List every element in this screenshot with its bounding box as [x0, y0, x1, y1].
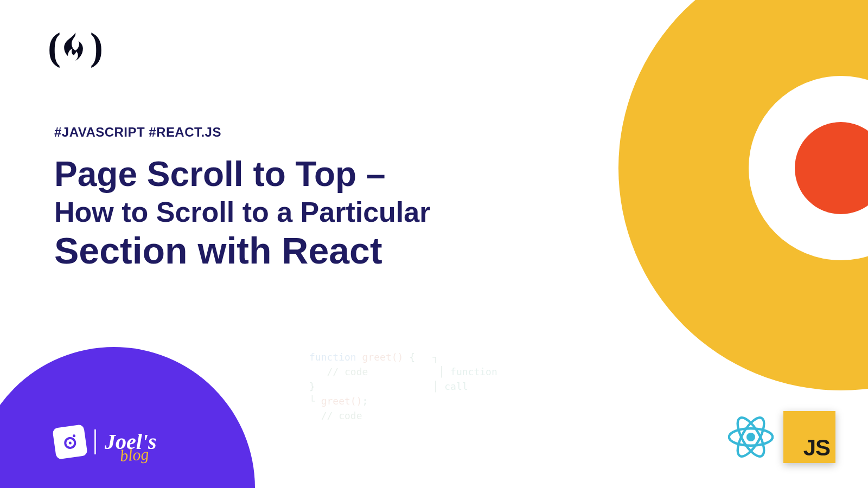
- javascript-icon: JS: [783, 411, 835, 463]
- code-fn: greet(): [362, 351, 404, 363]
- paren-left-icon: (: [48, 27, 61, 66]
- author-brand-mark: [52, 424, 88, 460]
- code-brace-close: }: [309, 381, 315, 392]
- svg-point-2: [73, 434, 76, 438]
- hero-content: #JAVASCRIPT #REACT.JS Page Scroll to Top…: [54, 125, 521, 271]
- author-brand-text: Joel's blog: [105, 432, 157, 452]
- decorative-donut-core: [795, 122, 868, 214]
- code-comment: // code: [309, 366, 368, 377]
- svg-point-3: [746, 433, 755, 441]
- tag-row: #JAVASCRIPT #REACT.JS: [54, 125, 521, 140]
- freecodecamp-logo: ( ): [48, 27, 103, 66]
- svg-point-1: [68, 441, 72, 445]
- code-semi: ;: [362, 395, 368, 407]
- headline-line-2: How to Scroll to a Particular: [54, 196, 521, 228]
- decorative-purple-blob: [0, 347, 255, 488]
- tech-badges: JS: [728, 411, 835, 463]
- author-brand-divider: [94, 429, 96, 454]
- author-brand: Joel's blog: [54, 426, 157, 458]
- code-watermark: function greet() { ┐ // code │ function …: [309, 350, 497, 423]
- code-comment-2: // code: [321, 410, 362, 421]
- headline-line-1: Page Scroll to Top –: [54, 155, 385, 194]
- author-brand-sub: blog: [119, 446, 149, 463]
- code-side-label-2: call: [444, 381, 468, 392]
- code-brace: {: [403, 351, 415, 363]
- headline-line-3: Section with React: [54, 230, 521, 271]
- code-call: greet(): [321, 395, 362, 407]
- react-icon: [728, 414, 774, 460]
- paren-right-icon: ): [90, 27, 103, 66]
- code-side-label: function: [450, 366, 497, 377]
- decorative-donut: [618, 0, 868, 390]
- code-kw: function: [309, 351, 362, 363]
- javascript-icon-label: JS: [803, 435, 830, 461]
- headline: Page Scroll to Top – How to Scroll to a …: [54, 155, 521, 271]
- flame-icon: [64, 33, 87, 61]
